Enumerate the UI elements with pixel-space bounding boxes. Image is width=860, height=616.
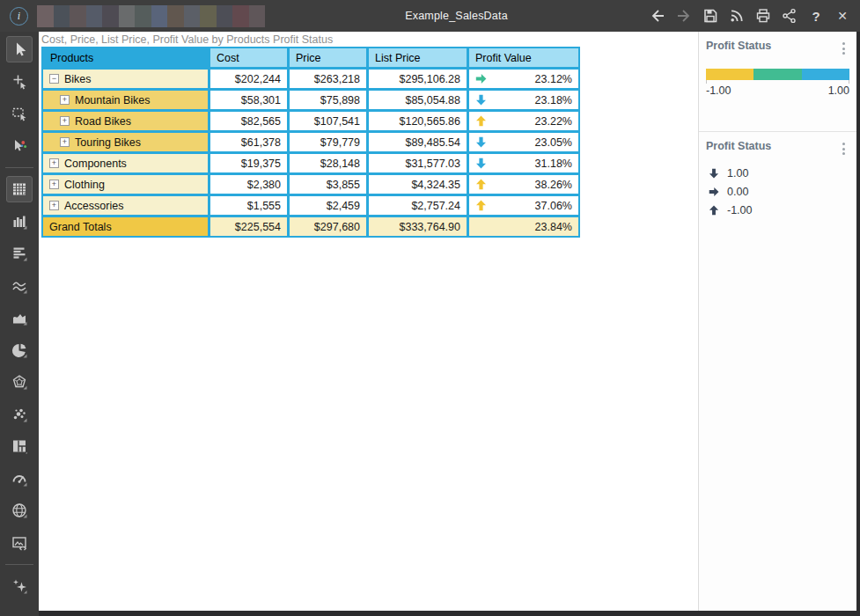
preview-button[interactable] — [727, 6, 746, 26]
expander-plus-icon[interactable]: + — [60, 137, 70, 147]
window-title: Example_SalesData — [265, 10, 648, 22]
legend-title: Profit Status — [706, 140, 771, 152]
redacted-block — [232, 5, 249, 27]
expander-plus-icon[interactable]: + — [60, 116, 70, 126]
print-button[interactable] — [753, 6, 773, 26]
expander-minus-icon[interactable]: − — [49, 74, 59, 84]
cell-profit-value: 23.18% — [469, 91, 578, 109]
grid-table-icon — [11, 180, 28, 198]
row-label: Clothing — [64, 179, 105, 191]
row-label: Components — [64, 158, 127, 170]
toolbox-sidebar — [0, 32, 39, 616]
cell-cost: $19,375 — [210, 154, 287, 172]
expander-plus-icon[interactable]: + — [49, 201, 59, 210]
row-label: Touring Bikes — [75, 136, 141, 149]
status-arrow-down-icon — [475, 94, 487, 106]
tool-gauge[interactable] — [6, 466, 33, 492]
tool-treemap[interactable] — [6, 433, 33, 459]
design-canvas[interactable]: Cost, Price, List Price, Profit Value by… — [39, 32, 698, 611]
tool-area-chart[interactable] — [6, 304, 33, 331]
tool-marquee-select[interactable] — [6, 100, 33, 127]
legend-arrow-right-icon — [709, 187, 719, 197]
tool-ai-assist[interactable] — [6, 573, 33, 599]
legend-gradient-card: Profit Status -1.00 1.00 — [699, 32, 856, 132]
sparkles-icon — [11, 577, 28, 595]
treemap-icon — [11, 437, 28, 455]
row-label: Mountain Bikes — [75, 94, 150, 106]
title-bar: i Example_SalesData ? — [0, 0, 860, 32]
legend-segment-2 — [802, 69, 849, 80]
status-arrow-right-icon — [475, 73, 487, 84]
row-header-cell: +Clothing — [43, 175, 208, 194]
tool-scatter-chart[interactable] — [6, 401, 33, 428]
titlebar-actions: ? ✕ — [648, 6, 852, 26]
redacted-block — [135, 5, 151, 27]
status-arrow-up-icon — [475, 179, 487, 190]
cell-cost: $2,380 — [210, 175, 287, 194]
scatter-chart-icon — [11, 406, 28, 423]
tool-map[interactable] — [6, 497, 33, 524]
cell-list-price: $89,485.54 — [369, 133, 467, 151]
save-icon — [702, 7, 719, 25]
legend-card-header: Profit Status — [706, 40, 849, 57]
legend-arrow-up-icon — [709, 205, 719, 216]
legend-item-value: 1.00 — [727, 167, 748, 180]
app-window: i Example_SalesData ? — [0, 0, 860, 616]
tool-select[interactable] — [6, 36, 33, 62]
redacted-block — [167, 5, 184, 27]
save-button[interactable] — [701, 6, 720, 26]
cell-profit-value: 31.18% — [469, 154, 578, 172]
profit-value-text: 23.05% — [535, 136, 572, 149]
line-chart-icon — [11, 277, 28, 295]
marquee-cursor-icon — [11, 105, 28, 122]
cell-cost: $82,565 — [210, 112, 287, 130]
redacted-block — [102, 5, 119, 27]
cell-price: $28,148 — [290, 154, 366, 172]
printer-icon — [754, 7, 772, 25]
cell-profit-value: 23.12% — [469, 70, 578, 88]
tool-column-chart[interactable] — [6, 209, 33, 235]
expander-plus-icon[interactable]: + — [49, 158, 59, 168]
legend-segment-0 — [706, 69, 753, 80]
redacted-block — [184, 5, 201, 27]
kebab-menu-icon[interactable] — [838, 140, 849, 158]
cell-price: $75,898 — [290, 91, 366, 109]
row-header-cell: +Accessories — [43, 196, 208, 215]
profit-value-text: 23.22% — [535, 115, 572, 128]
legend-max-label: 1.00 — [828, 84, 849, 97]
help-button[interactable]: ? — [806, 6, 826, 26]
expander-plus-icon[interactable]: + — [60, 95, 70, 105]
tool-play-select[interactable] — [6, 133, 33, 159]
legend-bar-ticks — [706, 80, 849, 84]
legend-arrows-card: Profit Status 1.000.00-1.00 — [699, 132, 856, 216]
kebab-menu-icon[interactable] — [838, 40, 849, 57]
cell-list-price: $333,764.90 — [369, 217, 467, 236]
close-button[interactable]: ✕ — [833, 6, 852, 26]
cell-list-price: $31,577.03 — [369, 154, 467, 172]
legend-min-label: -1.00 — [706, 84, 731, 97]
tool-point-select[interactable] — [6, 69, 33, 95]
cell-price: $263,218 — [290, 70, 366, 88]
pivot-grid-widget[interactable]: Products Cost Price List Price Profit Va… — [41, 47, 580, 238]
sidebar-divider — [5, 564, 33, 565]
profit-value-text: 23.84% — [535, 221, 572, 233]
tool-grid-widget[interactable] — [6, 176, 33, 202]
tool-pie-chart[interactable] — [6, 337, 33, 363]
share-button[interactable] — [780, 6, 799, 26]
info-icon[interactable]: i — [10, 7, 28, 26]
column-header-products: Products — [43, 48, 208, 67]
tool-bar-chart[interactable] — [6, 240, 33, 267]
radar-chart-icon — [11, 373, 28, 391]
tool-line-chart[interactable] — [6, 273, 33, 299]
cell-profit-value: 37.06% — [469, 196, 578, 215]
profit-value-text: 23.12% — [535, 73, 572, 85]
legend-item: 1.00 — [706, 167, 849, 180]
forward-button[interactable] — [674, 6, 694, 26]
tool-radar-chart[interactable] — [6, 369, 33, 395]
status-arrow-up-icon — [475, 115, 487, 127]
cell-list-price: $4,324.35 — [369, 175, 467, 194]
expander-plus-icon[interactable]: + — [49, 180, 59, 189]
tool-image-widget[interactable] — [6, 530, 33, 556]
cell-list-price: $85,054.88 — [369, 91, 467, 109]
back-button[interactable] — [648, 6, 667, 26]
